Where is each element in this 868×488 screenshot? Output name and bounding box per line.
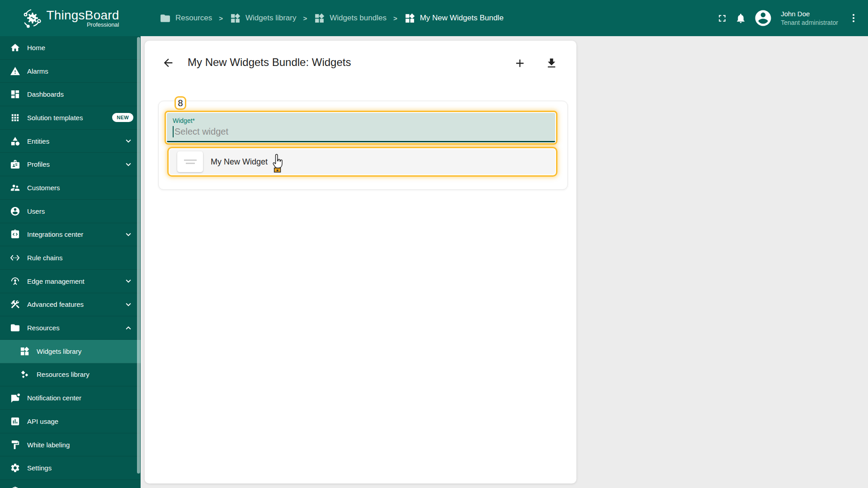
sidebar-scrollbar[interactable]	[137, 37, 140, 474]
breadcrumb-current-bundle[interactable]: My New Widgets Bundle	[404, 13, 504, 24]
bell-icon[interactable]	[735, 13, 746, 24]
page-title: My New Widgets Bundle: Widgets	[188, 56, 351, 69]
sidebar-nav: Home Alarms Dashboards Solution template…	[0, 36, 141, 488]
folder-icon	[160, 13, 171, 24]
breadcrumb-separator: >	[219, 14, 223, 22]
breadcrumb-separator: >	[303, 14, 307, 22]
breadcrumb-widgets-library[interactable]: Widgets library	[230, 13, 296, 24]
sidebar-item-rule-chains[interactable]: Rule chains	[0, 246, 141, 270]
content-card: My New Widgets Bundle: Widgets 8 Widget*…	[145, 41, 576, 483]
widgets-icon	[404, 13, 415, 24]
antenna-icon	[10, 276, 20, 286]
breadcrumb: Resources > Widgets library > Widgets bu…	[141, 13, 717, 24]
text-caret	[173, 126, 174, 137]
chevron-down-icon	[123, 486, 133, 488]
back-button[interactable]	[162, 56, 175, 69]
bar-chart-icon	[10, 416, 20, 427]
plus-icon	[514, 57, 526, 70]
shield-icon	[10, 486, 20, 488]
header-actions: John Doe Tenant administrator	[717, 9, 868, 28]
widgets-icon	[19, 346, 30, 357]
sidebar-item-edge-management[interactable]: Edge management	[0, 270, 141, 293]
sidebar-item-alarms[interactable]: Alarms	[0, 60, 141, 83]
download-button[interactable]	[545, 57, 558, 70]
option-label: My New Widget	[211, 157, 268, 167]
id-badge-icon	[10, 159, 20, 169]
more-vert-icon[interactable]	[848, 13, 859, 23]
sidebar-item-api-usage[interactable]: API usage	[0, 410, 141, 433]
breadcrumb-resources[interactable]: Resources	[160, 13, 212, 24]
download-icon	[545, 57, 558, 70]
sidebar-item-notification-center[interactable]: Notification center	[0, 386, 141, 410]
integration-icon	[10, 229, 20, 239]
user-role: Tenant administrator	[781, 19, 838, 27]
avatar[interactable]	[754, 9, 773, 28]
chevron-down-icon	[123, 160, 133, 169]
sidebar-item-resources[interactable]: Resources	[0, 316, 141, 340]
people-icon	[10, 183, 20, 193]
app-name: ThingsBoard	[47, 8, 119, 23]
sidebar-item-home[interactable]: Home	[0, 36, 141, 60]
widget-field-label: Widget*	[173, 117, 555, 124]
rule-chain-icon	[10, 253, 20, 263]
chevron-up-icon	[123, 323, 133, 333]
breadcrumb-widgets-bundles[interactable]: Widgets bundles	[314, 13, 387, 24]
home-icon	[10, 42, 20, 53]
sidebar-item-settings[interactable]: Settings	[0, 456, 141, 480]
breadcrumb-separator: >	[393, 14, 397, 22]
widget-select-field[interactable]: Widget* Select widget	[165, 111, 557, 145]
tutorial-step-badge: 8	[175, 96, 186, 110]
fullscreen-icon[interactable]	[717, 13, 728, 24]
chevron-down-icon	[123, 230, 133, 239]
sidebar-item-white-labeling[interactable]: White labeling	[0, 433, 141, 457]
warning-icon	[10, 66, 20, 76]
field-underline	[167, 141, 555, 142]
sidebar-item-entities[interactable]: Entities	[0, 130, 141, 153]
app-logo[interactable]: ThingsBoard Professional	[0, 8, 141, 28]
sidebar-item-profiles[interactable]: Profiles	[0, 153, 141, 176]
sidebar-item-solution-templates[interactable]: Solution templates NEW	[0, 106, 141, 130]
thingsboard-logo-icon	[22, 8, 42, 28]
sidebar-item-widgets-library[interactable]: Widgets library	[0, 340, 141, 363]
account-circle-icon	[10, 206, 20, 216]
sidebar-item-dashboards[interactable]: Dashboards	[0, 83, 141, 106]
notification-icon	[10, 393, 20, 403]
widgets-icon	[230, 13, 241, 24]
chevron-down-icon	[123, 136, 133, 146]
dropdown-option-my-new-widget[interactable]: My New Widget	[167, 147, 557, 177]
user-name: John Doe	[781, 9, 838, 19]
top-header: ThingsBoard Professional Resources > Wid…	[0, 0, 868, 36]
chevron-down-icon	[123, 276, 133, 286]
app-edition: Professional	[47, 21, 119, 28]
hand-cursor	[270, 154, 284, 174]
user-block[interactable]: John Doe Tenant administrator	[781, 9, 838, 27]
sidebar-item-users[interactable]: Users	[0, 200, 141, 223]
sidebar-item-customers[interactable]: Customers	[0, 176, 141, 200]
sidebar-item-security[interactable]: Security	[0, 480, 141, 488]
new-badge: NEW	[112, 113, 133, 122]
diamonds-icon	[19, 369, 30, 380]
sidebar-item-advanced-features[interactable]: Advanced features	[0, 293, 141, 317]
category-icon	[10, 136, 20, 146]
dashboards-icon	[10, 89, 20, 99]
gear-icon	[10, 463, 20, 473]
folder-icon	[10, 323, 20, 333]
widget-field-placeholder: Select widget	[175, 127, 228, 137]
sidebar-item-integrations-center[interactable]: Integrations center	[0, 223, 141, 247]
add-widget-button[interactable]	[514, 57, 526, 70]
apps-grid-icon	[10, 113, 20, 123]
tools-icon	[10, 299, 20, 310]
widgets-icon	[314, 13, 325, 24]
paint-roller-icon	[10, 440, 20, 450]
sidebar-item-resources-library[interactable]: Resources library	[0, 363, 141, 387]
back-arrow-icon	[162, 56, 175, 69]
widget-preview-thumbnail	[177, 151, 203, 172]
chevron-down-icon	[123, 300, 133, 310]
